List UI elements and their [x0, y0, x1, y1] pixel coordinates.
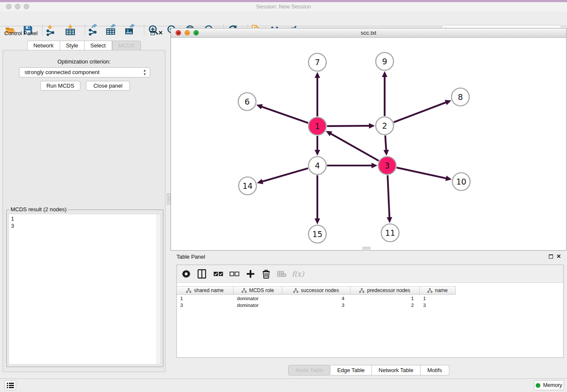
tab-select[interactable]: Select — [85, 41, 112, 50]
delete-table-button[interactable] — [276, 268, 288, 280]
result-scrollbar[interactable] — [157, 214, 160, 364]
delete-columns-button[interactable] — [260, 268, 272, 280]
mcds-result-area[interactable]: 1 3 — [8, 214, 161, 364]
table-cell: 1 — [420, 295, 456, 302]
graph-node-7[interactable]: 7 — [308, 53, 326, 71]
plus-icon — [246, 270, 255, 278]
graph-edge-1-2[interactable] — [327, 126, 370, 126]
memory-button[interactable]: Memory — [534, 380, 564, 390]
application-window: Session: New Session — [0, 0, 567, 392]
memory-status-dot — [536, 383, 540, 388]
column-header-shared-name[interactable]: shared name — [177, 286, 234, 295]
tab-mcds[interactable]: MCDS — [112, 41, 141, 50]
svg-text:1: 1 — [315, 121, 320, 131]
tab-style[interactable]: Style — [60, 41, 85, 50]
select-all-rows-button[interactable] — [212, 268, 224, 280]
export-network-button[interactable] — [87, 24, 99, 36]
add-column-button[interactable] — [245, 268, 256, 280]
graph-node-8[interactable]: 8 — [451, 88, 469, 106]
column-header-predecessor-nodes[interactable]: predecessor nodes — [350, 286, 420, 295]
column-hierarchy-icon — [186, 288, 191, 293]
graph-edge-arrowhead — [445, 100, 451, 105]
graph-edge-arrowhead — [257, 179, 263, 184]
function-builder-button[interactable]: f(x) — [292, 268, 304, 280]
svg-text:7: 7 — [315, 58, 320, 67]
table-row[interactable]: 1dominator411 — [177, 295, 456, 302]
main-toolbar — [0, 11, 567, 26]
graph-edge-arrowhead — [445, 176, 451, 181]
graph-node-11[interactable]: 11 — [381, 224, 399, 242]
toolbar-separator — [85, 25, 85, 36]
svg-text:4: 4 — [315, 161, 320, 170]
tab-network-table[interactable]: Network Table — [372, 365, 421, 375]
close-panel-icon[interactable]: ✕ — [158, 31, 163, 35]
graph-edge-arrowhead — [383, 150, 389, 156]
gear-icon — [182, 269, 191, 279]
import-network-button[interactable] — [45, 24, 57, 36]
titlebar[interactable]: Session: New Session — [0, 2, 567, 11]
export-image-icon — [124, 24, 136, 36]
close-table-panel-icon[interactable]: ✕ — [556, 254, 561, 259]
graph-node-9[interactable]: 9 — [376, 52, 394, 70]
column-header-MCDS-role[interactable]: MCDS role — [234, 286, 282, 295]
graph-node-2[interactable]: 2 — [376, 117, 394, 135]
table-panel-title: Table Panel — [176, 254, 205, 260]
criterion-dropdown[interactable]: strongly connected component ▲▼ — [19, 67, 150, 77]
graph-node-14[interactable]: 14 — [239, 177, 256, 195]
import-table-icon — [64, 24, 76, 36]
graph-edge-3-1[interactable] — [330, 133, 379, 161]
table-mode-gear-button[interactable] — [180, 268, 192, 280]
column-hierarchy-icon — [293, 288, 298, 293]
table-delete-icon — [277, 271, 286, 277]
graph-edge-arrowhead — [315, 218, 320, 224]
vertical-split-handle[interactable] — [167, 193, 171, 204]
graph-node-4[interactable]: 4 — [308, 157, 326, 174]
table-cell: 2 — [350, 302, 420, 309]
column-header-name[interactable]: name — [420, 286, 456, 295]
tab-motifs[interactable]: Motifs — [421, 365, 449, 375]
svg-text:10: 10 — [456, 177, 466, 186]
graph-edge-1-6[interactable] — [261, 106, 308, 123]
table-cell: dominator — [234, 295, 282, 302]
export-image-button[interactable] — [124, 24, 136, 36]
show-columns-button[interactable] — [196, 268, 208, 280]
close-panel-button[interactable]: Close panel — [86, 81, 130, 91]
toolbar-separator — [42, 25, 43, 36]
graph-node-3[interactable]: 3 — [378, 157, 396, 174]
graph-node-15[interactable]: 15 — [308, 225, 326, 243]
mcds-result-values: 1 3 — [9, 214, 160, 230]
node-table-container: f(x) shared nameMCDS rolesuccessor nodes… — [176, 265, 564, 358]
network-graph-canvas[interactable]: 7968124314101511 — [171, 38, 566, 250]
graph-node-1[interactable]: 1 — [308, 117, 326, 135]
graph-edge-arrowhead — [315, 72, 320, 78]
dropdown-stepper-icon: ▲▼ — [143, 69, 146, 76]
table-cell: 4 — [282, 295, 350, 302]
svg-text:6: 6 — [245, 97, 250, 106]
float-table-panel-icon[interactable] — [549, 254, 553, 259]
toolbar-separator — [144, 25, 144, 36]
import-table-button[interactable] — [64, 24, 76, 36]
task-history-button[interactable] — [4, 380, 16, 390]
tab-node-table[interactable]: Node Table — [288, 365, 330, 375]
graph-edge-3-11[interactable] — [388, 175, 389, 218]
table-row[interactable]: 3dominator323 — [177, 302, 456, 309]
graph-edge-2-8[interactable] — [394, 102, 447, 122]
deselect-all-rows-button[interactable] — [228, 268, 240, 280]
tab-network[interactable]: Network — [27, 41, 60, 50]
graph-edge-arrowhead — [315, 150, 320, 156]
graph-edge-3-10[interactable] — [396, 168, 447, 179]
network-window-titlebar[interactable]: ✕ − + scc.txt — [171, 28, 566, 38]
table-cell: 3 — [420, 302, 456, 309]
graph-edge-4-14[interactable] — [261, 168, 308, 182]
horizontal-split-handle[interactable] — [363, 247, 370, 251]
column-header-successor-nodes[interactable]: successor nodes — [282, 286, 350, 295]
float-panel-icon[interactable] — [151, 31, 155, 35]
graph-edge-arrowhead — [387, 217, 392, 223]
control-panel-title: Control Panel — [4, 30, 38, 36]
export-table-button[interactable] — [105, 24, 117, 36]
tab-edge-table[interactable]: Edge Table — [330, 365, 372, 375]
graph-node-10[interactable]: 10 — [452, 173, 470, 190]
graph-edge-2-3[interactable] — [385, 135, 386, 151]
graph-node-6[interactable]: 6 — [238, 93, 256, 110]
run-mcds-button[interactable]: Run MCDS — [40, 81, 80, 91]
